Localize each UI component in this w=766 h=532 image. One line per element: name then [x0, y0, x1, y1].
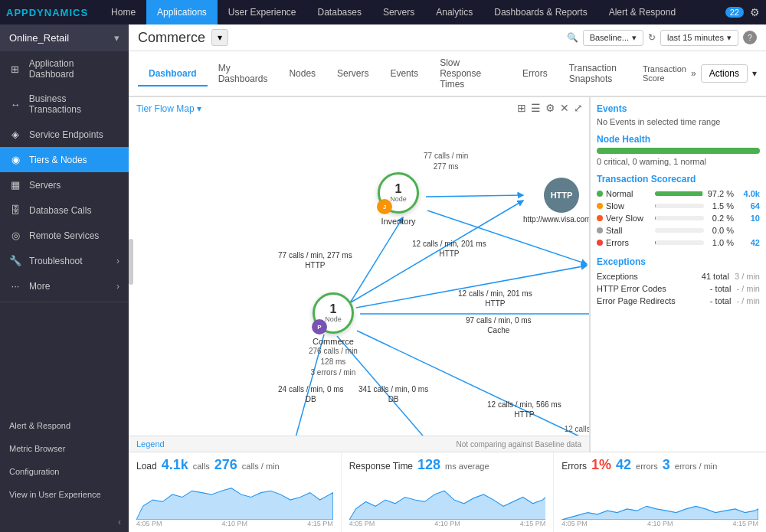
tabs-bar: Dashboard My Dashboards Nodes Servers Ev…: [129, 51, 766, 97]
scorecard-bar-fill-4: [655, 240, 656, 245]
scorecard-count-1: 64: [737, 201, 760, 211]
chart-response-area: [349, 475, 546, 520]
sidebar-item-alert-respond[interactable]: Alert & Respond: [0, 414, 129, 437]
tab-servers[interactable]: Servers: [326, 62, 379, 86]
scorecard-label-0: Normal: [606, 189, 652, 198]
nav-user-experience[interactable]: User Experience: [218, 0, 307, 24]
errors-time-2: 4:10 PM: [647, 520, 673, 527]
nav-alert-respond[interactable]: Alert & Respond: [598, 0, 686, 24]
baseline-selector[interactable]: Baseline... ▾: [583, 30, 643, 46]
baseline-label: Baseline...: [590, 33, 629, 42]
sidebar-app-selector[interactable]: Online_Retail ▾: [0, 24, 129, 51]
legend-label[interactable]: Legend: [136, 439, 165, 449]
inventory-badge: J: [377, 199, 392, 214]
sidebar-item-view-user-experience[interactable]: View in User Experience: [0, 483, 129, 506]
chart-response-svg: [349, 475, 546, 520]
commerce-node-count: 1: [330, 303, 337, 315]
actions-button[interactable]: Actions: [701, 64, 748, 83]
events-title: Events: [597, 103, 760, 114]
chart-errors-value: 1%: [591, 457, 611, 473]
node-commerce[interactable]: 1 Node P Commerce 276 calls / min128 ms3…: [309, 292, 358, 378]
chart-load-title: Load: [136, 461, 157, 472]
chart-errors-header: Errors 1% 42 errors 3 errors / min: [561, 457, 758, 473]
scorecard-row-2: Very Slow 0.2 % 10: [597, 212, 760, 224]
errors-time-3: 4:15 PM: [732, 520, 758, 527]
help-icon[interactable]: ?: [743, 31, 757, 44]
edge-label-commerce-db1: 24 calls / min, 0 msDB: [278, 384, 344, 404]
ext-node-http-visa[interactable]: HTTP http://www.visa.com:8080: [523, 178, 590, 224]
scorecard-row-3: Stall 0.0 %: [597, 224, 760, 237]
scorecard-pct-1: 1.5 %: [707, 201, 734, 211]
sidebar-item-troubleshoot[interactable]: 🔧 Troubleshoot ›: [0, 248, 129, 273]
top-nav: APPDYNAMICS Home Applications User Exper…: [0, 0, 766, 24]
remote-icon: ◎: [9, 230, 21, 241]
sidebar-item-metric-browser[interactable]: Metric Browser: [0, 437, 129, 460]
legend-baseline-text: Not comparing against Baseline data: [457, 440, 581, 449]
load-time-2: 4:10 PM: [222, 520, 248, 527]
main-content: Commerce ▾ 🔍 Baseline... ▾ ↻ last 15 min…: [129, 24, 766, 532]
scorecard-count-2: 10: [737, 214, 760, 223]
tab-transaction-snapshots[interactable]: Transaction Snapshots: [558, 57, 643, 92]
scorecard-label-1: Slow: [606, 201, 652, 211]
edge-label-inventory-http1: 12 calls / min, 201 msHTTP: [412, 239, 486, 259]
node-inventory[interactable]: 1 Node J Inventory 77 calls / min277 ms: [378, 172, 419, 226]
sidebar-label-configuration: Configuration: [9, 467, 59, 476]
nav-applications[interactable]: Applications: [146, 0, 218, 24]
tab-errors[interactable]: Errors: [512, 62, 558, 86]
app-layout: Online_Retail ▾ ⊞ Application Dashboard …: [0, 24, 766, 532]
app-logo: APPDYNAMICS: [6, 7, 88, 18]
sidebar-item-business-transactions[interactable]: ↔ Business Transactions: [0, 86, 129, 122]
sidebar-item-more[interactable]: ··· More ›: [0, 273, 129, 299]
sidebar-item-remote-services[interactable]: ◎ Remote Services: [0, 223, 129, 248]
sidebar-item-service-endpoints[interactable]: ◈ Service Endpoints: [0, 122, 129, 147]
tabs-right-controls: Transaction Score » Actions ▾: [643, 64, 757, 83]
refresh-icon[interactable]: ↻: [648, 32, 656, 43]
sidebar-label-view-user-experience: View in User Experience: [9, 490, 101, 499]
content-area: Tier Flow Map ▾ ⊞ ☰ ⚙ ✕ ⤢: [129, 97, 766, 452]
logo-dynamics: DYNAMICS: [29, 7, 88, 18]
nav-home[interactable]: Home: [100, 0, 146, 24]
panel-events: Events No Events in selected time range: [597, 103, 760, 126]
nav-servers[interactable]: Servers: [372, 0, 425, 24]
response-time-2: 4:10 PM: [434, 520, 460, 527]
tab-dashboard[interactable]: Dashboard: [138, 62, 208, 86]
sidebar-item-tiers-nodes[interactable]: ◉ Tiers & Nodes: [0, 147, 129, 172]
troubleshoot-icon: 🔧: [9, 255, 21, 266]
tab-events[interactable]: Events: [379, 62, 429, 86]
chart-errors-unit3: errors / min: [675, 462, 718, 471]
nav-dashboards[interactable]: Dashboards & Reports: [483, 0, 597, 24]
nav-databases[interactable]: Databases: [307, 0, 372, 24]
sidebar-label-application-dashboard: Application Dashboard: [29, 58, 119, 80]
sidebar-item-application-dashboard[interactable]: ⊞ Application Dashboard: [0, 51, 129, 86]
time-range-selector[interactable]: last 15 minutes ▾: [660, 30, 738, 46]
sidebar-item-configuration[interactable]: Configuration: [0, 460, 129, 483]
flowmap-scrollbar[interactable]: [129, 239, 133, 285]
notifications-badge[interactable]: 22: [725, 7, 744, 18]
sidebar-item-servers[interactable]: ▦ Servers: [0, 172, 129, 197]
search-icon[interactable]: 🔍: [567, 32, 578, 43]
tabs-overflow-icon[interactable]: »: [691, 68, 696, 79]
bottom-charts: Load 4.1k calls 276 calls / min 4:05 PM …: [129, 452, 766, 532]
gear-icon[interactable]: ⚙: [750, 6, 760, 18]
more-arrow: ›: [116, 281, 119, 292]
scorecard-title: Transaction Scorecard: [597, 174, 760, 184]
nav-analytics[interactable]: Analytics: [425, 0, 483, 24]
nav-items: Home Applications User Experience Databa…: [100, 0, 686, 24]
logo-app: APP: [6, 7, 29, 18]
exc-val-2: - total: [710, 296, 732, 305]
inventory-node-name: Inventory: [381, 217, 415, 226]
tab-nodes[interactable]: Nodes: [278, 62, 326, 86]
flowmap-area: Tier Flow Map ▾ ⊞ ☰ ⚙ ✕ ⤢: [129, 97, 590, 452]
scorecard-bar-wrap-4: [655, 240, 704, 245]
chart-errors-value3: 3: [663, 457, 670, 473]
exceptions-title: Exceptions: [597, 256, 760, 267]
node-health-bar-fill: [597, 148, 760, 154]
transaction-score-label: Transaction Score: [643, 64, 686, 83]
sidebar-collapse-button[interactable]: ‹: [0, 512, 129, 532]
tab-slow-response-times[interactable]: Slow Response Times: [429, 51, 512, 97]
title-dropdown-button[interactable]: ▾: [211, 29, 228, 46]
commerce-badge: P: [312, 319, 327, 335]
chart-load-unit: calls: [193, 462, 210, 471]
tab-my-dashboards[interactable]: My Dashboards: [208, 57, 279, 92]
sidebar-item-database-calls[interactable]: 🗄 Database Calls: [0, 197, 129, 223]
